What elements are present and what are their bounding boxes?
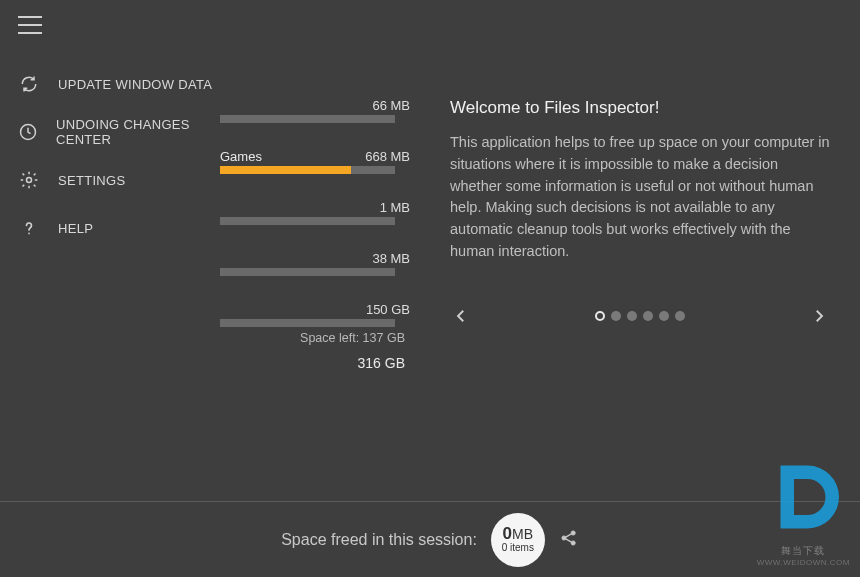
storage-bar [220,319,395,327]
sidebar-item-settings[interactable]: SETTINGS [0,156,220,204]
sidebar: UPDATE WINDOW DATA UNDOING CHANGES CENTE… [0,50,220,490]
chevron-right-icon[interactable] [808,305,830,327]
undo-icon [18,121,38,143]
welcome-panel: Welcome to Files Inspector! This applica… [420,50,860,490]
storage-bar [220,217,395,225]
space-left-label: Space left: 137 GB [220,331,410,345]
session-freed-badge: 0MB 0 items [491,513,545,567]
storage-size: 668 MB [365,149,410,164]
carousel-dots [595,311,685,321]
welcome-title: Welcome to Files Inspector! [450,98,830,118]
storage-row[interactable]: 1 MB [220,200,410,225]
storage-bar [220,268,395,276]
storage-row[interactable]: 38 MB [220,251,410,276]
sidebar-item-label: UNDOING CHANGES CENTER [56,117,220,147]
sidebar-item-help[interactable]: HELP [0,204,220,252]
gear-icon [18,169,40,191]
carousel-dot[interactable] [643,311,653,321]
sidebar-item-label: SETTINGS [58,173,125,188]
footer-label: Space freed in this session: [281,531,477,549]
sidebar-item-label: HELP [58,221,93,236]
storage-size: 38 MB [372,251,410,266]
storage-size: 1 MB [380,200,410,215]
storage-label: Games [220,149,262,164]
carousel-dot[interactable] [611,311,621,321]
refresh-icon [18,73,40,95]
sidebar-item-update[interactable]: UPDATE WINDOW DATA [0,60,220,108]
svg-point-2 [562,535,566,539]
storage-size: 150 GB [366,302,410,317]
help-icon [18,217,40,239]
svg-point-1 [27,178,32,183]
carousel-dot[interactable] [675,311,685,321]
sidebar-item-undo[interactable]: UNDOING CHANGES CENTER [0,108,220,156]
welcome-body: This application helps to free up space … [450,132,830,263]
carousel-dot[interactable] [595,311,605,321]
storage-total: 316 GB [220,355,410,371]
share-icon[interactable] [559,528,579,552]
carousel-dot[interactable] [659,311,669,321]
storage-row-games[interactable]: Games668 MB [220,149,410,174]
storage-size: 66 MB [372,98,410,113]
storage-row[interactable]: 66 MB [220,98,410,123]
footer: Space freed in this session: 0MB 0 items [0,502,860,577]
svg-point-3 [571,530,575,534]
carousel-dot[interactable] [627,311,637,321]
svg-point-4 [571,540,575,544]
storage-row[interactable]: 150 GB [220,302,410,327]
storage-bar [220,166,395,174]
chevron-left-icon[interactable] [450,305,472,327]
menu-icon[interactable] [18,16,42,34]
storage-list: 66 MB Games668 MB 1 MB 38 MB 150 GB Spac… [220,50,420,490]
storage-bar [220,115,395,123]
sidebar-item-label: UPDATE WINDOW DATA [58,77,212,92]
